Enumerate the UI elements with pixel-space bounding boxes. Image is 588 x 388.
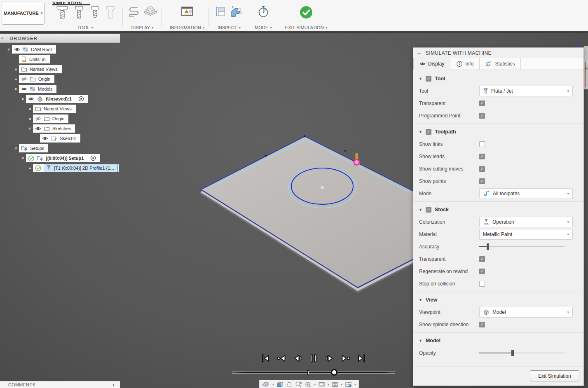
section-collapse-icon[interactable]: ▼ bbox=[419, 339, 422, 343]
tree-item[interactable]: Origin bbox=[19, 75, 54, 83]
checkbox[interactable]: ✓ bbox=[426, 76, 431, 82]
material-dropdown[interactable]: Metallic Paint▾ bbox=[479, 229, 573, 240]
eye-icon[interactable] bbox=[28, 96, 34, 102]
exit-simulation-button[interactable]: Exit Simulation bbox=[530, 370, 579, 381]
eye-slash-icon[interactable] bbox=[35, 116, 41, 122]
opacity-slider[interactable] bbox=[479, 349, 565, 357]
tool-1-icon[interactable] bbox=[54, 5, 70, 20]
viewports-button[interactable] bbox=[344, 381, 353, 388]
accuracy-slider[interactable] bbox=[479, 243, 565, 250]
grid-button[interactable] bbox=[331, 381, 339, 388]
toolbar-group-label[interactable]: INSPECT▾ bbox=[218, 25, 241, 30]
tree-expand-icon[interactable]: » bbox=[27, 106, 33, 111]
checkbox[interactable]: ✓ bbox=[479, 269, 485, 274]
tree-item[interactable]: Named Views bbox=[19, 65, 62, 73]
checkbox[interactable]: ✓ bbox=[479, 113, 485, 119]
tree-item[interactable]: Sketches bbox=[33, 124, 75, 133]
tree-expand-icon[interactable]: » bbox=[21, 155, 26, 161]
tree-item[interactable]: CAM Root bbox=[12, 45, 56, 54]
tab-display[interactable]: Display bbox=[413, 58, 450, 70]
slider-handle[interactable] bbox=[487, 243, 489, 250]
info-window-icon[interactable] bbox=[180, 5, 194, 18]
tree-item[interactable]: [(0:00:04)] Setup1 bbox=[26, 154, 100, 162]
tool-ghost-icon[interactable] bbox=[104, 5, 117, 20]
tree-item-selected[interactable]: [T1 (0:00:04)] 2D Profile1 (1... bbox=[44, 164, 118, 172]
measure-icon[interactable] bbox=[215, 5, 228, 18]
collapse-panel-icon[interactable]: « bbox=[1, 36, 4, 40]
pause-button[interactable] bbox=[308, 353, 319, 364]
zoom-button[interactable] bbox=[294, 381, 303, 388]
step-backward-button[interactable] bbox=[292, 353, 303, 364]
minimize-icon[interactable]: – bbox=[112, 34, 115, 41]
checkbox[interactable]: ✓ bbox=[479, 178, 485, 184]
toolbar-group-label[interactable]: TOOL▾ bbox=[77, 25, 93, 30]
eye-icon[interactable] bbox=[35, 126, 41, 131]
checkbox[interactable]: ✓ bbox=[479, 166, 485, 172]
orbit-button[interactable] bbox=[261, 381, 271, 388]
slider-handle[interactable] bbox=[511, 350, 514, 356]
tree-item[interactable]: Named Views bbox=[33, 105, 76, 113]
tree-expand-icon[interactable]: » bbox=[21, 96, 26, 102]
viewpoint-dropdown[interactable]: Model▾ bbox=[479, 307, 573, 318]
skip-start-button[interactable] bbox=[260, 353, 271, 364]
tree-item[interactable]: Sketch1 bbox=[40, 134, 80, 143]
previous-operation-button[interactable] bbox=[276, 353, 287, 364]
section-collapse-icon[interactable]: ▼ bbox=[419, 130, 422, 134]
stock-pyramid-icon[interactable] bbox=[143, 5, 158, 19]
tree-expand-icon[interactable]: » bbox=[13, 67, 19, 72]
checkbox[interactable]: ✓ bbox=[479, 154, 485, 159]
timer-icon[interactable] bbox=[257, 5, 270, 19]
checkbox[interactable]: ✓ bbox=[479, 101, 485, 106]
tree-item[interactable]: Origin bbox=[33, 115, 68, 123]
tool-dropdown[interactable]: Flute / Jet▾ bbox=[479, 86, 573, 96]
viewcube[interactable]: Ro bbox=[584, 46, 588, 89]
checkbox[interactable]: ✓ bbox=[426, 207, 431, 213]
tool-position-marker[interactable] bbox=[354, 153, 359, 165]
workspace-selector[interactable]: MANUFACTURE ▾ bbox=[2, 2, 45, 25]
eye-icon[interactable] bbox=[14, 47, 20, 52]
checkbox[interactable]: ✓ bbox=[479, 322, 485, 327]
toolbar-group-label[interactable]: INFORMATION▾ bbox=[170, 25, 205, 30]
tree-expand-icon[interactable]: » bbox=[28, 126, 33, 132]
tree-item[interactable]: Models bbox=[19, 85, 56, 93]
chevron-down-icon[interactable]: ▾ bbox=[313, 383, 316, 386]
green-check-big-icon[interactable] bbox=[299, 5, 313, 19]
radio-icon[interactable] bbox=[78, 96, 84, 102]
checkbox[interactable]: ✓ bbox=[426, 129, 431, 135]
step-forward-button[interactable] bbox=[324, 353, 335, 364]
section-analysis-icon[interactable] bbox=[230, 5, 244, 18]
chevron-down-icon[interactable]: ▾ bbox=[354, 383, 357, 386]
skip-end-button[interactable] bbox=[356, 353, 367, 364]
tree-expand-icon[interactable]: » bbox=[13, 77, 19, 82]
timeline-track[interactable] bbox=[232, 372, 395, 373]
pan-button[interactable] bbox=[285, 381, 293, 388]
slider-track[interactable] bbox=[479, 246, 565, 247]
tree-item[interactable]: Setups bbox=[19, 144, 48, 152]
toolbar-group-label[interactable]: DISPLAY▾ bbox=[131, 25, 153, 30]
tree-item[interactable]: [T1 (0:00:04)] 2D Profile1 (1... bbox=[33, 164, 119, 172]
tab-statistics[interactable]: Statistics bbox=[480, 58, 521, 70]
section-collapse-icon[interactable]: ▼ bbox=[419, 77, 422, 81]
checkbox[interactable] bbox=[479, 141, 485, 147]
collapse-dialog-icon[interactable]: – bbox=[417, 50, 421, 56]
section-collapse-icon[interactable]: ▼ bbox=[419, 298, 422, 302]
section-collapse-icon[interactable]: ▼ bbox=[419, 208, 422, 212]
mode-dropdown[interactable]: All toolpaths▾ bbox=[479, 188, 573, 199]
tree-expand-icon[interactable]: » bbox=[7, 47, 12, 53]
timeline-handle[interactable] bbox=[331, 369, 337, 376]
eye-icon[interactable] bbox=[42, 136, 48, 141]
fit-button[interactable] bbox=[304, 381, 312, 388]
next-operation-button[interactable] bbox=[340, 353, 351, 364]
toolpath-serpentine-icon[interactable] bbox=[127, 5, 141, 19]
toolbar-group-label[interactable]: EXIT SIMULATION▾ bbox=[285, 25, 327, 30]
add-comment-icon[interactable]: + bbox=[112, 382, 115, 388]
eye-slash-icon[interactable] bbox=[21, 76, 27, 82]
tree-expand-icon[interactable]: » bbox=[27, 116, 33, 121]
chevron-down-icon[interactable]: ▾ bbox=[327, 383, 330, 386]
colorization-dropdown[interactable]: Operation▾ bbox=[479, 217, 573, 227]
checkbox[interactable] bbox=[479, 281, 485, 287]
tree-item[interactable]: Units: in bbox=[19, 55, 50, 63]
eye-icon[interactable] bbox=[21, 86, 27, 92]
display-settings-button[interactable] bbox=[317, 381, 326, 388]
radio-icon[interactable] bbox=[90, 155, 96, 161]
